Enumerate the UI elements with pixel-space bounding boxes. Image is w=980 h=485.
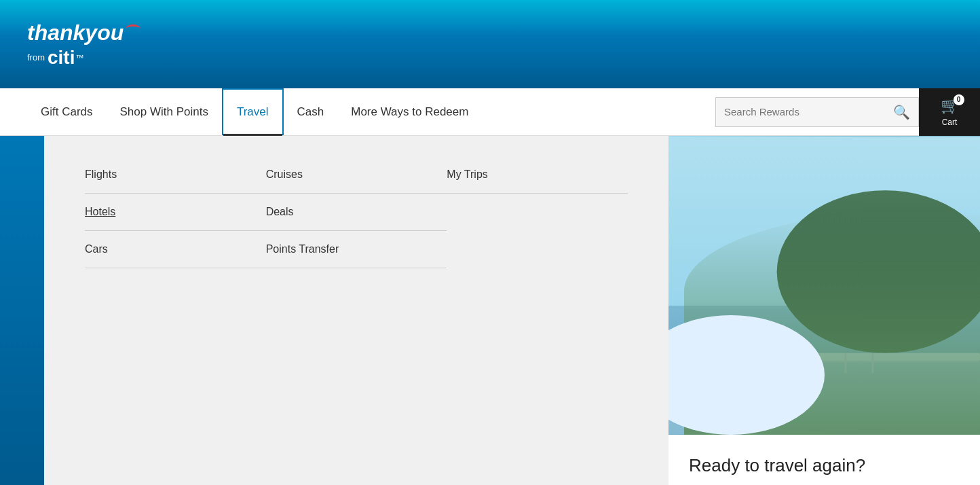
travel-image-svg bbox=[668, 136, 980, 435]
nav-item-more-ways[interactable]: More Ways to Redeem bbox=[337, 88, 482, 135]
svg-rect-13 bbox=[668, 363, 980, 435]
cart-label: Cart bbox=[942, 118, 958, 127]
travel-image bbox=[668, 136, 980, 435]
search-input[interactable] bbox=[724, 106, 893, 118]
svg-rect-9 bbox=[791, 353, 793, 374]
blue-sidebar-accent bbox=[0, 136, 44, 485]
dropdown-item-cars[interactable]: Cars bbox=[85, 231, 266, 268]
svg-rect-5 bbox=[682, 353, 684, 374]
search-icon: 🔍 bbox=[893, 105, 910, 120]
search-icon-button[interactable]: 🔍 bbox=[893, 104, 910, 120]
svg-rect-7 bbox=[736, 353, 738, 374]
header: thankyou from citi ™ bbox=[0, 0, 980, 88]
dropdown-col-1: Flights Hotels Cars bbox=[85, 156, 266, 268]
svg-rect-6 bbox=[709, 353, 711, 374]
dropdown-item-my-trips[interactable]: My Trips bbox=[447, 156, 628, 194]
logo-arch-icon bbox=[126, 24, 140, 33]
dropdown-item-flights[interactable]: Flights bbox=[85, 156, 266, 194]
cart-badge: 0 bbox=[954, 94, 964, 105]
dropdown-grid: Flights Hotels Cars Cruises Deals Point bbox=[85, 156, 628, 268]
navbar: Gift Cards Shop With Points Travel Cash … bbox=[0, 88, 980, 136]
dropdown-content: Flights Hotels Cars Cruises Deals Point bbox=[44, 136, 668, 485]
right-content: Ready to travel again? Redeem your Thank… bbox=[668, 435, 980, 485]
svg-rect-8 bbox=[764, 353, 766, 374]
dropdown-area: Flights Hotels Cars Cruises Deals Point bbox=[0, 136, 980, 485]
svg-rect-3 bbox=[668, 353, 980, 361]
svg-rect-4 bbox=[668, 361, 980, 363]
dropdown-item-deals[interactable]: Deals bbox=[266, 194, 447, 231]
nav-item-cash[interactable]: Cash bbox=[284, 88, 338, 135]
nav-links: Gift Cards Shop With Points Travel Cash … bbox=[0, 88, 715, 135]
right-panel: Ready to travel again? Redeem your Thank… bbox=[668, 136, 980, 485]
search-area: 🔍 🛒 0 Cart bbox=[715, 88, 980, 135]
svg-rect-11 bbox=[844, 353, 846, 374]
nav-item-gift-cards[interactable]: Gift Cards bbox=[27, 88, 107, 135]
dropdown-col-3: My Trips bbox=[447, 156, 628, 268]
search-box: 🔍 bbox=[715, 97, 919, 127]
dropdown-item-cruises[interactable]: Cruises bbox=[266, 156, 447, 194]
svg-rect-12 bbox=[871, 353, 873, 374]
dropdown-item-points-transfer[interactable]: Points Transfer bbox=[266, 231, 447, 268]
svg-rect-0 bbox=[668, 136, 980, 434]
dropdown-item-hotels[interactable]: Hotels bbox=[85, 194, 266, 231]
logo-thankyou: thankyou bbox=[27, 20, 124, 46]
svg-rect-10 bbox=[818, 353, 820, 374]
cart-button[interactable]: 🛒 0 Cart bbox=[919, 88, 980, 136]
nav-item-travel[interactable]: Travel bbox=[222, 88, 284, 135]
nav-item-shop-with-points[interactable]: Shop With Points bbox=[107, 88, 222, 135]
logo-second-row: from citi ™ bbox=[27, 47, 140, 69]
logo-trademark: ™ bbox=[75, 53, 83, 62]
svg-rect-1 bbox=[668, 306, 980, 435]
logo-citi-text: citi bbox=[48, 47, 75, 69]
cart-icon-wrap: 🛒 0 bbox=[941, 97, 959, 115]
logo: thankyou from citi ™ bbox=[27, 20, 140, 69]
dropdown-col-2: Cruises Deals Points Transfer bbox=[266, 156, 447, 268]
logo-from-text: from bbox=[27, 52, 45, 62]
travel-heading: Ready to travel again? bbox=[689, 455, 960, 476]
